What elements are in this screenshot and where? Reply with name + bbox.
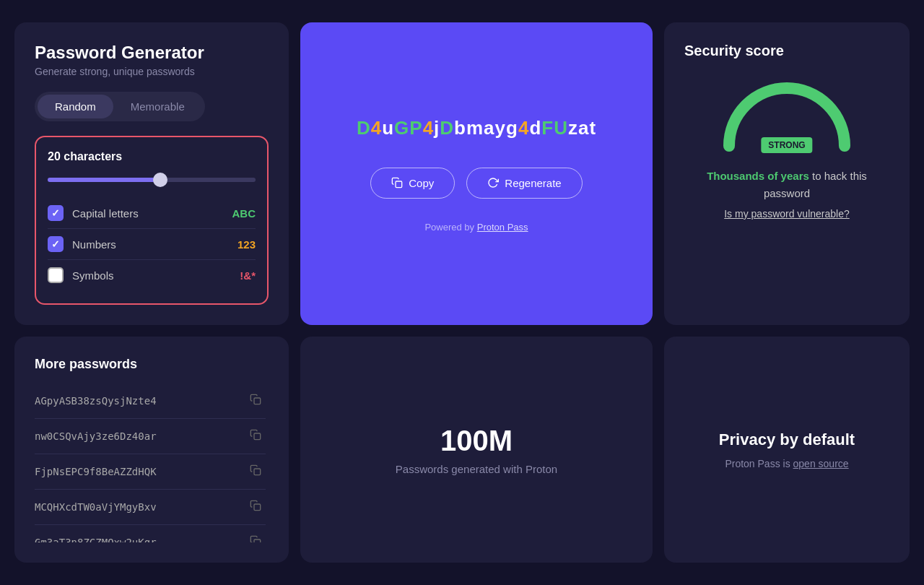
more-passwords-title: More passwords [35, 357, 269, 372]
generator-card: Password Generator Generate strong, uniq… [14, 22, 289, 325]
copy-password-button[interactable] [245, 392, 266, 410]
copy-icon [250, 500, 261, 511]
password-text: nw0CSQvAjy3ze6Dz40ar [35, 430, 157, 442]
copy-password-button[interactable] [245, 534, 266, 542]
security-description: Thousands of years to hack this password [684, 168, 889, 202]
capital-label: Capital letters [72, 207, 139, 220]
svg-rect-2 [254, 433, 261, 440]
open-source-link[interactable]: open source [793, 458, 849, 469]
main-container: Password Generator Generate strong, uniq… [14, 22, 910, 563]
length-slider[interactable] [48, 178, 256, 182]
svg-rect-3 [254, 469, 261, 475]
password-text: FjpNsEPC9f8BeAZZdHQK [35, 466, 157, 477]
symbols-checkbox[interactable]: ✓ [48, 267, 64, 283]
password-card: D4uGP4jDbmayg4dFUzat Copy Regenerate Pow… [300, 22, 653, 325]
char-count-label: 20 characters [48, 150, 256, 163]
numbers-preview: 123 [237, 238, 256, 251]
proton-pass-link[interactable]: Proton Pass [477, 222, 528, 233]
svg-rect-5 [254, 540, 261, 542]
symbols-preview: !&* [240, 269, 256, 282]
security-title: Security score [684, 43, 784, 59]
action-buttons: Copy Regenerate [370, 168, 582, 199]
generator-title: Password Generator [35, 43, 269, 63]
option-capital: ✓ Capital letters ABC [48, 198, 256, 229]
copy-icon [391, 177, 403, 188]
copy-icon [250, 464, 261, 476]
options-box: 20 characters ✓ Capital letters ABC ✓ [35, 136, 269, 305]
list-item: AGpyASB38zsQysjNzte4 [35, 384, 266, 419]
password-text: AGpyASB38zsQysjNzte4 [35, 395, 157, 407]
option-numbers: ✓ Numbers 123 [48, 229, 256, 260]
powered-by: Powered by Proton Pass [424, 222, 528, 233]
privacy-card: Privacy by default Proton Pass is open s… [664, 337, 910, 563]
generator-subtitle: Generate strong, unique passwords [35, 66, 269, 77]
regenerate-button[interactable]: Regenerate [466, 168, 582, 199]
vulnerability-link[interactable]: Is my password vulnerable? [724, 208, 850, 220]
option-symbols: ✓ Symbols !&* [48, 260, 256, 290]
list-item: MCQHXcdTW0aVjYMgyBxv [35, 490, 266, 525]
more-passwords-card: More passwords AGpyASB38zsQysjNzte4 nw0C… [14, 337, 289, 563]
privacy-title: Privacy by default [719, 430, 855, 449]
stats-number: 100M [440, 425, 513, 457]
copy-password-button[interactable] [245, 428, 266, 445]
copy-icon [250, 429, 261, 441]
list-item: nw0CSQvAjy3ze6Dz40ar [35, 419, 266, 454]
regenerate-icon [487, 177, 499, 188]
security-card: Security score STRONG Thousands of years… [664, 22, 910, 325]
capital-preview: ABC [232, 207, 256, 220]
slider-container [48, 172, 256, 185]
list-item: Gm3aT3n8ZCZMQxw2uKgr [35, 525, 266, 542]
svg-rect-1 [254, 398, 261, 404]
svg-rect-0 [396, 181, 402, 188]
copy-password-button[interactable] [245, 463, 266, 480]
copy-icon [250, 535, 261, 542]
stats-description: Passwords generated with Proton [396, 463, 557, 475]
tab-random[interactable]: Random [38, 95, 113, 118]
password-list: AGpyASB38zsQysjNzte4 nw0CSQvAjy3ze6Dz40a… [35, 384, 269, 542]
copy-button[interactable]: Copy [370, 168, 455, 199]
svg-rect-4 [254, 504, 261, 511]
password-text: MCQHXcdTW0aVjYMgyBxv [35, 501, 157, 513]
gauge-container: STRONG [715, 74, 859, 153]
stats-card: 100M Passwords generated with Proton [300, 337, 653, 563]
copy-icon [250, 394, 261, 405]
generated-password: D4uGP4jDbmayg4dFUzat [357, 115, 596, 141]
tab-memorable[interactable]: Memorable [113, 95, 202, 118]
tab-row: Random Memorable [35, 92, 205, 121]
strength-label: STRONG [761, 137, 812, 153]
numbers-checkbox[interactable]: ✓ [48, 236, 64, 252]
privacy-description: Proton Pass is open source [725, 458, 848, 469]
copy-password-button[interactable] [245, 498, 266, 516]
symbols-label: Symbols [72, 269, 114, 282]
list-item: FjpNsEPC9f8BeAZZdHQK [35, 454, 266, 490]
numbers-label: Numbers [72, 238, 116, 251]
capital-checkbox[interactable]: ✓ [48, 205, 64, 221]
password-text: Gm3aT3n8ZCZMQxw2uKgr [35, 537, 157, 542]
